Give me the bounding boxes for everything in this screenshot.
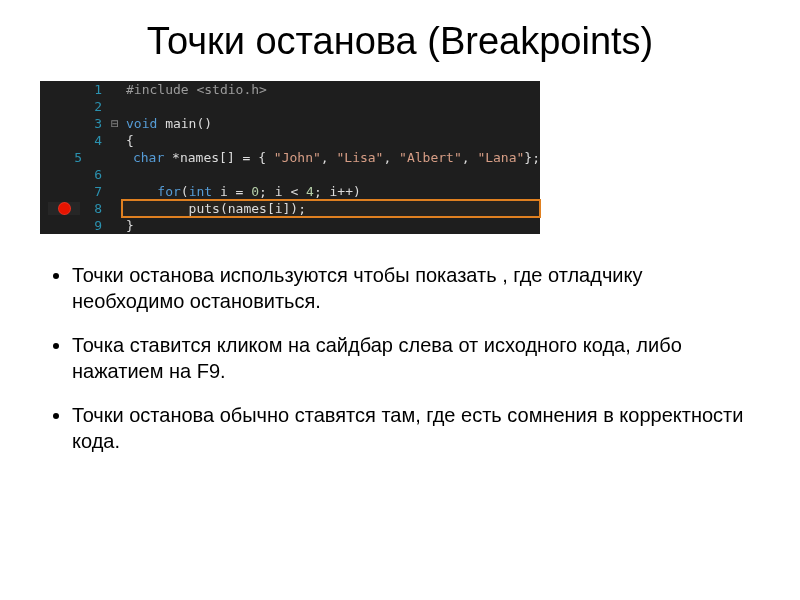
- code-line: 2: [40, 98, 540, 115]
- line-number: 2: [80, 98, 108, 115]
- breakpoint-gutter[interactable]: [48, 202, 80, 215]
- code-text: }: [122, 217, 540, 234]
- breakpoint-icon[interactable]: [58, 202, 71, 215]
- code-line: 9}: [40, 217, 540, 234]
- code-text: puts(names[i]);: [122, 200, 540, 217]
- bullet-item: Точки останова используются чтобы показа…: [72, 262, 760, 314]
- line-number: 5: [67, 149, 88, 166]
- fold-toggle[interactable]: ⊟: [108, 115, 122, 132]
- code-line: 7 for(int i = 0; i < 4; i++): [40, 183, 540, 200]
- code-text: {: [122, 132, 540, 149]
- code-line: 6: [40, 166, 540, 183]
- bullet-item: Точки останова обычно ставятся там, где …: [72, 402, 760, 454]
- code-line: 8 puts(names[i]);: [40, 200, 540, 217]
- slide-title: Точки останова (Breakpoints): [40, 20, 760, 63]
- bullet-list: Точки останова используются чтобы показа…: [40, 262, 760, 454]
- code-editor: 1#include <stdio.h>23⊟void main()4{5 cha…: [40, 81, 540, 234]
- code-line: 1#include <stdio.h>: [40, 81, 540, 98]
- line-number: 4: [80, 132, 108, 149]
- line-number: 3: [80, 115, 108, 132]
- code-text: for(int i = 0; i < 4; i++): [122, 183, 540, 200]
- line-number: 1: [80, 81, 108, 98]
- line-number: 8: [80, 200, 108, 217]
- code-line: 5 char *names[] = { "John", "Lisa", "Alb…: [40, 149, 540, 166]
- code-text: void main(): [122, 115, 540, 132]
- code-text: #include <stdio.h>: [122, 81, 540, 98]
- line-number: 9: [80, 217, 108, 234]
- code-text: char *names[] = { "John", "Lisa", "Alber…: [98, 149, 540, 166]
- code-line: 3⊟void main(): [40, 115, 540, 132]
- bullet-item: Точка ставится кликом на сайдбар слева о…: [72, 332, 760, 384]
- line-number: 6: [80, 166, 108, 183]
- line-number: 7: [80, 183, 108, 200]
- code-line: 4{: [40, 132, 540, 149]
